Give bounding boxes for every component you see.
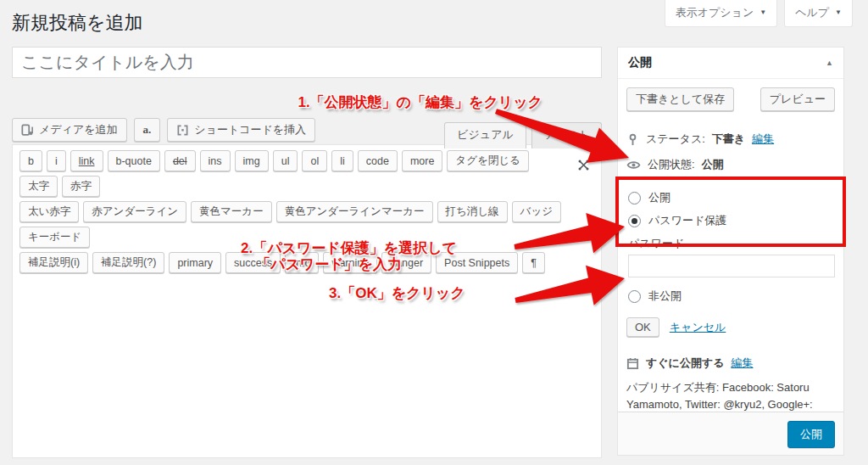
collapse-icon[interactable]: ▲ xyxy=(826,59,833,67)
tab-text[interactable]: テキスト xyxy=(531,122,602,148)
visibility-options: 公開 パスワード保護 パスワード 非公開 xyxy=(626,181,835,304)
publish-panel-title: 公開 xyxy=(628,55,652,70)
radio-public-label: 公開 xyxy=(648,190,670,205)
quicktag-button[interactable]: success xyxy=(225,252,281,273)
quicktag-button[interactable]: タグを閉じる xyxy=(447,150,528,171)
publish-minor-actions: 下書きとして保存 プレビュー xyxy=(618,79,843,120)
help-tab[interactable]: ヘルプ ▼ xyxy=(784,0,853,27)
quicktag-button[interactable]: b-quote xyxy=(108,150,160,171)
shortcode-icon xyxy=(176,124,189,137)
post-content-editor: bilinkb-quotedelinsimgulollicodemoreタグを閉… xyxy=(12,144,602,458)
annotation-step1: 1.「公開状態」の「編集」をクリック xyxy=(195,94,542,110)
visibility-value: 公開 xyxy=(702,157,724,172)
quicktag-button[interactable]: 打ち消し線 xyxy=(437,201,508,222)
editor-media-buttons: メディアを追加 a. ショートコードを挿入 xyxy=(12,118,315,142)
status-value: 下書き xyxy=(712,132,745,147)
insert-shortcode-label: ショートコードを挿入 xyxy=(194,122,306,137)
insert-shortcode-button[interactable]: ショートコードを挿入 xyxy=(167,118,315,142)
editor-mode-tabs: ビジュアル テキスト xyxy=(444,122,602,148)
quicktag-button[interactable]: 太字 xyxy=(19,176,58,197)
quicktag-button[interactable]: 太い赤字 xyxy=(19,201,79,222)
quicktag-button[interactable]: ¶ xyxy=(522,252,545,273)
quicktag-button[interactable]: バッジ xyxy=(512,201,561,222)
help-label: ヘルプ xyxy=(795,5,829,20)
quicktag-button[interactable]: 補足説明(?) xyxy=(92,252,164,273)
quicktag-button[interactable]: danger xyxy=(381,252,431,273)
quicktag-button[interactable]: 黄色マーカー xyxy=(191,201,272,222)
quicktag-button[interactable]: info xyxy=(285,252,319,273)
radio-public-icon[interactable] xyxy=(628,192,641,204)
chevron-down-icon: ▼ xyxy=(835,9,842,16)
radio-private-icon[interactable] xyxy=(628,290,641,303)
media-icon xyxy=(21,124,34,137)
visibility-option-password[interactable]: パスワード保護 xyxy=(628,213,835,228)
preview-button[interactable]: プレビュー xyxy=(760,87,835,111)
post-status-icon xyxy=(626,133,639,146)
quicktag-button[interactable]: code xyxy=(358,150,398,171)
quicktag-button[interactable]: キーボード xyxy=(19,227,90,248)
status-row: ステータス: 下書き 編集 xyxy=(626,132,835,147)
add-media-button[interactable]: メディアを追加 xyxy=(12,118,127,142)
page-title: 新規投稿を追加 xyxy=(12,10,143,36)
publish-button[interactable]: 公開 xyxy=(787,421,835,448)
visibility-option-public[interactable]: 公開 xyxy=(628,190,835,205)
quicktag-button[interactable]: 赤アンダーライン xyxy=(83,201,186,222)
quicktags-row-3: 補足説明(i)補足説明(?)primarysuccessinfowarningd… xyxy=(19,252,570,273)
ok-button[interactable]: OK xyxy=(626,317,659,337)
radio-password-icon[interactable] xyxy=(628,215,641,227)
publish-panel: 公開 ▲ 下書きとして保存 プレビュー ステータス: 下書き 編集 公開状態: … xyxy=(617,47,844,456)
publish-panel-header[interactable]: 公開 ▲ xyxy=(618,48,843,79)
screen-options-tab[interactable]: 表示オプション ▼ xyxy=(665,0,777,27)
status-edit-link[interactable]: 編集 xyxy=(752,132,774,147)
quicktags-row-2: 太い赤字赤アンダーライン黄色マーカー黄色アンダーラインマーカー打ち消し線バッジキ… xyxy=(19,201,570,248)
calendar-icon xyxy=(626,357,639,370)
publish-footer: 公開 xyxy=(618,412,843,455)
visibility-option-private[interactable]: 非公開 xyxy=(628,289,835,304)
quicktag-button[interactable]: warning xyxy=(323,252,377,273)
quicktags-toolbar: bilinkb-quotedelinsimgulollicodemoreタグを閉… xyxy=(13,145,601,279)
addquicktag-button[interactable]: a. xyxy=(134,118,161,142)
cancel-link[interactable]: キャンセル xyxy=(670,320,726,335)
password-input[interactable] xyxy=(628,255,835,277)
add-media-label: メディアを追加 xyxy=(39,122,118,137)
screen-options-label: 表示オプション xyxy=(676,5,754,20)
addquicktag-label: a. xyxy=(143,123,152,137)
status-label: ステータス: xyxy=(646,132,705,147)
post-title-input[interactable] xyxy=(12,47,602,78)
quicktag-button[interactable]: Post Snippets xyxy=(436,252,518,273)
quicktag-button[interactable]: li xyxy=(331,150,353,171)
save-draft-button[interactable]: 下書きとして保存 xyxy=(626,87,734,111)
visibility-label: 公開状態: xyxy=(648,157,695,172)
schedule-text: すぐに公開する xyxy=(646,356,725,371)
visibility-confirm-row: OK キャンセル xyxy=(626,317,835,337)
schedule-row: すぐに公開する 編集 xyxy=(626,356,835,371)
quicktag-button[interactable]: primary xyxy=(169,252,221,273)
quicktags-row-1: bilinkb-quotedelinsimgulollicodemoreタグを閉… xyxy=(19,150,570,197)
editor-content-area[interactable] xyxy=(13,279,601,465)
quicktag-button[interactable]: b xyxy=(19,150,42,171)
quicktag-button[interactable]: del xyxy=(164,150,196,171)
quicktag-button[interactable]: 黄色アンダーラインマーカー xyxy=(276,201,433,222)
quicktag-button[interactable]: ol xyxy=(302,150,327,171)
visibility-row: 公開状態: 公開 xyxy=(626,157,835,172)
quicktag-button[interactable]: ins xyxy=(200,150,231,171)
chevron-down-icon: ▼ xyxy=(760,9,766,16)
fullscreen-icon[interactable] xyxy=(576,158,591,176)
quicktag-button[interactable]: ul xyxy=(273,150,298,171)
quicktag-button[interactable]: 赤字 xyxy=(62,176,100,197)
quicktag-button[interactable]: more xyxy=(402,150,442,171)
schedule-edit-link[interactable]: 編集 xyxy=(732,356,754,371)
quicktag-button[interactable]: i xyxy=(47,150,66,171)
quicktag-button[interactable]: 補足説明(i) xyxy=(19,252,88,273)
quicktag-button[interactable]: img xyxy=(235,150,269,171)
quicktag-button[interactable]: link xyxy=(70,150,103,171)
publish-misc-section: ステータス: 下書き 編集 公開状態: 公開 公開 パスワード保護 パスワード xyxy=(618,120,843,447)
eye-icon xyxy=(626,159,641,171)
tab-visual[interactable]: ビジュアル xyxy=(444,122,526,148)
radio-private-label: 非公開 xyxy=(648,289,682,304)
password-label: パスワード xyxy=(628,236,835,251)
screen-meta-links: 表示オプション ▼ ヘルプ ▼ xyxy=(665,0,853,27)
radio-password-label: パスワード保護 xyxy=(648,213,726,228)
